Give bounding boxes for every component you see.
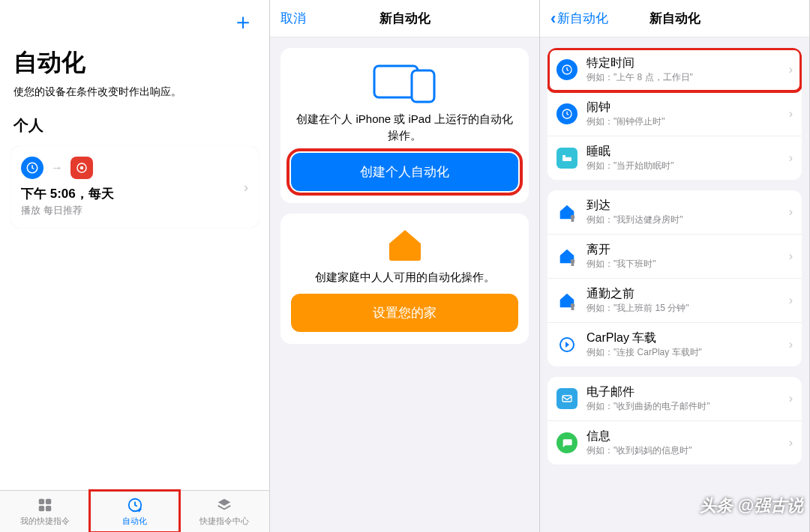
- home-desc: 创建家庭中人人可用的自动化操作。: [291, 269, 518, 285]
- svg-point-2: [80, 166, 84, 170]
- trigger-title: 闹钟: [586, 100, 789, 115]
- svg-rect-6: [46, 506, 51, 511]
- home-icon: [291, 227, 518, 262]
- home-person-icon: [556, 290, 578, 311]
- automation-action-label: 播放 每日推荐: [21, 204, 248, 217]
- create-personal-automation-button[interactable]: 创建个人自动化: [291, 153, 518, 191]
- chevron-left-icon: ‹: [550, 9, 556, 28]
- svg-rect-5: [39, 506, 44, 511]
- trigger-title: 信息: [586, 429, 789, 444]
- chevron-right-icon: ›: [789, 436, 793, 450]
- chevron-right-icon: ›: [789, 294, 793, 307]
- chevron-right-icon: ›: [789, 107, 793, 121]
- grid-icon: [36, 496, 54, 514]
- mail-icon: [556, 388, 578, 409]
- tab-automation[interactable]: 自动化: [90, 491, 180, 532]
- arrow-icon: →: [51, 161, 63, 175]
- trigger-title: 离开: [586, 242, 789, 258]
- trigger-message[interactable]: 信息例如："收到妈妈的信息时"›: [548, 421, 802, 465]
- bed-icon: [556, 148, 578, 169]
- svg-rect-17: [572, 262, 574, 266]
- personal-desc: 创建在个人 iPhone 或 iPad 上运行的自动化操作。: [291, 111, 518, 144]
- chevron-right-icon: ›: [789, 250, 793, 263]
- clock-icon: [556, 59, 578, 80]
- trigger-email[interactable]: 电子邮件例如："收到曲扬的电子邮件时"›: [548, 377, 802, 421]
- svg-rect-9: [412, 70, 434, 102]
- nav-bar: 取消 新自动化: [270, 0, 539, 37]
- trigger-sleep[interactable]: 睡眠例如："当开始助眠时"›: [548, 136, 802, 180]
- trigger-subtitle: 例如："当开始助眠时": [586, 160, 789, 172]
- trigger-title: 通勤之前: [586, 286, 789, 302]
- svg-rect-13: [562, 155, 566, 157]
- chevron-right-icon: ›: [789, 392, 793, 405]
- trigger-leave[interactable]: 离开例如："我下班时"›: [548, 235, 802, 279]
- trigger-alarm[interactable]: 闹钟例如："闹钟停止时"›: [548, 92, 802, 136]
- automation-card[interactable]: → 下午 5:06，每天 播放 每日推荐 ›: [10, 146, 259, 228]
- svg-rect-3: [39, 499, 44, 504]
- clock-icon: [21, 157, 44, 179]
- music-app-icon: [70, 157, 93, 179]
- trigger-title: 睡眠: [586, 144, 789, 160]
- tab-my-shortcuts[interactable]: 我的快捷指令: [0, 491, 90, 532]
- home-person-icon: [556, 202, 578, 223]
- tab-bar: 我的快捷指令 自动化 快捷指令中心: [0, 490, 269, 532]
- trigger-carplay[interactable]: CarPlay 车载例如："连接 CarPlay 车载时"›: [548, 323, 802, 366]
- trigger-title: 电子邮件: [586, 384, 789, 400]
- nav-title: 新自动化: [650, 10, 700, 27]
- trigger-title: CarPlay 车载: [586, 330, 789, 346]
- chevron-right-icon: ›: [789, 338, 793, 351]
- chevron-right-icon: ›: [789, 151, 793, 165]
- nav-title: 新自动化: [380, 10, 430, 27]
- trigger-subtitle: 例如："连接 CarPlay 车载时": [586, 346, 789, 359]
- svg-rect-19: [572, 306, 574, 310]
- home-person-icon: [556, 246, 578, 267]
- trigger-time-of-day[interactable]: 特定时间例如："上午 8 点，工作日"›: [548, 48, 802, 92]
- message-icon: [556, 432, 578, 453]
- trigger-subtitle: 例如："我下班时": [586, 258, 789, 270]
- tab-label: 我的快捷指令: [20, 516, 70, 527]
- trigger-subtitle: 例如："上午 8 点，工作日": [586, 71, 789, 84]
- trigger-subtitle: 例如："收到曲扬的电子邮件时": [586, 400, 789, 413]
- clock-icon: [126, 496, 144, 514]
- trigger-title: 特定时间: [586, 55, 789, 71]
- trigger-arrive[interactable]: 到达例如："我到达健身房时"›: [548, 190, 802, 235]
- trigger-commute[interactable]: 通勤之前例如："我上班前 15 分钟"›: [548, 279, 802, 323]
- stack-icon: [215, 496, 233, 514]
- svg-rect-4: [46, 499, 51, 504]
- back-button[interactable]: ‹ 新自动化: [550, 9, 608, 28]
- section-personal: 个人: [0, 111, 269, 143]
- carplay-icon: [556, 334, 578, 355]
- svg-rect-12: [562, 157, 572, 161]
- trigger-subtitle: 例如："我上班前 15 分钟": [586, 302, 789, 315]
- back-label: 新自动化: [557, 10, 608, 27]
- tab-label: 自动化: [122, 516, 147, 527]
- page-title: 自动化: [0, 33, 269, 82]
- trigger-subtitle: 例如："闹钟停止时": [586, 115, 789, 128]
- trigger-title: 到达: [586, 198, 789, 214]
- cancel-button[interactable]: 取消: [280, 10, 306, 27]
- setup-home-button[interactable]: 设置您的家: [291, 294, 518, 332]
- svg-rect-21: [562, 396, 572, 402]
- chevron-right-icon: ›: [789, 63, 793, 76]
- page-subtitle: 使您的设备在条件改变时作出响应。: [0, 82, 269, 111]
- clock-icon: [556, 103, 578, 124]
- svg-rect-15: [572, 218, 574, 222]
- add-automation-button[interactable]: ＋: [232, 10, 254, 33]
- tab-gallery[interactable]: 快捷指令中心: [179, 491, 269, 532]
- nav-bar: ‹ 新自动化 新自动化: [540, 0, 809, 37]
- trigger-subtitle: 例如："我到达健身房时": [586, 214, 789, 226]
- devices-icon: [291, 61, 518, 103]
- automation-time-label: 下午 5:06，每天: [21, 185, 248, 202]
- watermark: 头条 @强古说: [700, 495, 803, 517]
- chevron-right-icon: ›: [244, 179, 248, 195]
- tab-label: 快捷指令中心: [200, 516, 249, 527]
- chevron-right-icon: ›: [789, 205, 793, 219]
- personal-automation-card: 创建在个人 iPhone 或 iPad 上运行的自动化操作。 创建个人自动化: [280, 48, 529, 203]
- trigger-subtitle: 例如："收到妈妈的信息时": [586, 444, 789, 457]
- home-automation-card: 创建家庭中人人可用的自动化操作。 设置您的家: [280, 214, 529, 345]
